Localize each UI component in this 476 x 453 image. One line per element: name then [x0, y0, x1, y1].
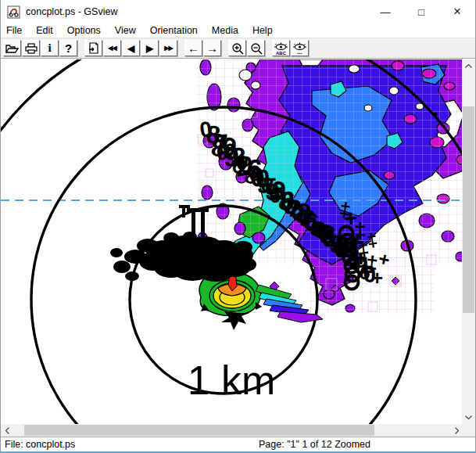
open-button[interactable]: [3, 40, 21, 56]
menu-item-orientation[interactable]: Orientation: [150, 25, 198, 36]
gsview-app-icon: [7, 5, 20, 19]
status-file-label: File: concplot.ps: [5, 439, 75, 450]
menu-item-edit[interactable]: Edit: [36, 25, 53, 36]
minimize-button[interactable]: —: [367, 0, 403, 23]
gsview-window: concplot.ps - GSview — □ × FileEditOptio…: [0, 0, 476, 453]
eye-abc-button[interactable]: ABC: [272, 40, 290, 56]
forward-arrow-icon: →: [206, 42, 218, 54]
svg-text:+: +: [320, 217, 334, 243]
next-page-button[interactable]: ▶: [141, 40, 159, 56]
status-page-label: Page: "1" 1 of 12 Zoomed: [259, 439, 370, 450]
svg-text:...: ...: [297, 49, 302, 56]
first-page-icon: ◀◀: [108, 45, 116, 52]
horizontal-scrollbar: [1, 424, 463, 437]
menu-item-help[interactable]: Help: [252, 25, 273, 36]
eye-dots-icon: ...: [292, 41, 307, 56]
bar-glyphs: [179, 205, 209, 239]
help-icon: ?: [65, 42, 72, 54]
zoom-in-button[interactable]: [228, 40, 246, 56]
first-page-button[interactable]: ◀◀: [103, 40, 121, 56]
scroll-down-button[interactable]: [462, 411, 475, 424]
status-bar: File: concplot.ps Page: "1" 1 of 12 Zoom…: [1, 437, 475, 452]
prev-page-button[interactable]: ◀: [122, 40, 140, 56]
menu-bar: FileEditOptionsViewOrientationMediaHelp: [1, 23, 475, 38]
concentration-plot: 0887902096308594602806903850720960809628…: [1, 59, 463, 424]
scrollbar-corner: [462, 424, 475, 437]
eye-abc-icon: ABC: [274, 41, 288, 56]
close-button[interactable]: ×: [439, 0, 475, 23]
menu-item-options[interactable]: Options: [67, 25, 101, 36]
title-bar: concplot.ps - GSview — □ ×: [1, 0, 475, 23]
last-page-icon: ▶▶: [164, 45, 172, 52]
menu-item-view[interactable]: View: [115, 25, 136, 36]
zoom-in-icon: [231, 42, 244, 55]
window-title: concplot.ps - GSview: [26, 6, 117, 17]
horizontal-scroll-thumb[interactable]: [24, 425, 374, 436]
svg-text:+: +: [371, 266, 383, 289]
scroll-up-button[interactable]: [462, 59, 475, 73]
vertical-scrollbar: [462, 59, 475, 424]
svg-text:ABC: ABC: [276, 51, 287, 56]
goto-page-button[interactable]: [84, 40, 102, 56]
back-button[interactable]: ←: [184, 40, 202, 56]
scale-label: 1 km: [188, 358, 276, 403]
goto-page-icon: [88, 42, 99, 54]
next-page-icon: ▶: [146, 44, 153, 53]
maximize-button[interactable]: □: [403, 0, 439, 23]
vertical-scroll-thumb[interactable]: [463, 106, 474, 313]
info-icon: i: [48, 42, 51, 54]
eye-dots-button[interactable]: ...: [291, 40, 309, 56]
info-button[interactable]: i: [41, 40, 59, 56]
document-canvas[interactable]: 0887902096308594602806903850720960809628…: [1, 59, 463, 424]
zoom-out-icon: [250, 42, 263, 55]
printer-icon: [25, 43, 38, 54]
last-page-button[interactable]: ▶▶: [159, 40, 177, 56]
toolbar: i ? ◀◀ ◀ ▶ ▶▶ ← →: [1, 38, 475, 59]
open-folder-icon: [5, 43, 19, 53]
help-button[interactable]: ?: [59, 40, 77, 56]
zoom-out-button[interactable]: [247, 40, 265, 56]
scroll-left-button[interactable]: [1, 424, 14, 437]
back-arrow-icon: ←: [188, 42, 199, 54]
menu-item-file[interactable]: File: [6, 25, 22, 36]
forward-button[interactable]: →: [203, 40, 221, 56]
menu-item-media[interactable]: Media: [212, 25, 238, 36]
print-button[interactable]: [22, 40, 40, 56]
prev-page-icon: ◀: [127, 44, 134, 53]
